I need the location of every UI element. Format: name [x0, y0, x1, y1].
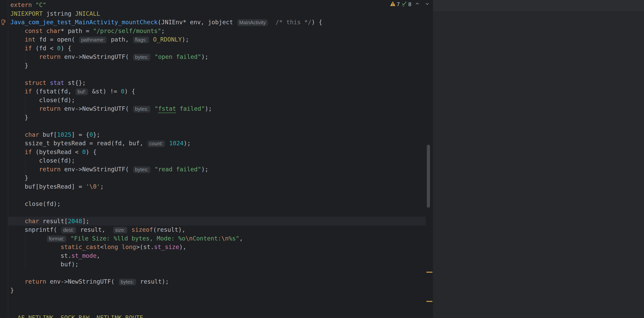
code-line: if (fd < 0) { — [10, 44, 322, 53]
code-line: return env->NewStringUTF( bytes: "fstat … — [10, 104, 322, 113]
code-line: const char* path = "/proc/self/mounts"; — [10, 27, 322, 35]
code-line: snprintf( dest: result, size: sizeof(res… — [10, 225, 322, 234]
code-line: return env->NewStringUTF( bytes: "open f… — [10, 52, 322, 61]
code-line: static_cast<long long>(st.st_size), — [10, 243, 322, 251]
code-line-clipped: AF_NETLINK, SOCK_RAW, NETLINK_ROUTE — [18, 314, 143, 318]
emulator-toolbar — [433, 0, 644, 11]
check-icon — [401, 0, 407, 8]
code-line: } — [10, 174, 322, 182]
prev-problem-button[interactable] — [414, 1, 420, 8]
code-line: int fd = open( pathname: path, flags: O_… — [10, 35, 322, 44]
warning-stripe-mark[interactable] — [426, 272, 432, 273]
code-line: struct stat st{}; — [10, 78, 322, 87]
code-line: extern "C" — [10, 0, 322, 9]
inspections-widget: 7 8 — [390, 0, 430, 8]
editor-scrollbar-thumb[interactable] — [427, 145, 430, 208]
code-line — [10, 208, 322, 217]
code-line: } — [10, 61, 322, 70]
code-line — [10, 269, 322, 278]
code-line: return env->NewStringUTF( bytes: result)… — [10, 277, 322, 286]
code-line: char result[2048]; — [10, 217, 322, 226]
code-line — [10, 70, 322, 78]
warning-icon — [390, 1, 396, 8]
emulator-panel: 9:26 JeeTest FStats /system Type:6126 — [433, 0, 644, 318]
code-line — [10, 122, 322, 130]
code-line: char buf[1025] = {0}; — [10, 130, 322, 139]
code-line: if (bytesRead < 0) { — [10, 148, 322, 156]
ok-count: 8 — [408, 1, 411, 7]
code-lines: extern "C"JNIEXPORT jstring JNICALLJava_… — [10, 0, 322, 295]
jni-link-gutter-icon[interactable] — [1, 19, 6, 26]
next-problem-button[interactable] — [424, 1, 430, 8]
warning-stripe-mark[interactable] — [426, 301, 432, 302]
code-line — [10, 191, 322, 200]
warnings-indicator[interactable]: 7 — [390, 1, 400, 8]
editor-gutter — [0, 0, 8, 318]
code-line: close(fd); — [10, 156, 322, 165]
code-line: } — [10, 113, 322, 122]
code-line: ssize_t bytesRead = read(fd, buf, count:… — [10, 139, 322, 148]
code-line: buf[bytesRead] = '\0'; — [10, 182, 322, 191]
warning-count: 7 — [397, 1, 400, 7]
code-line: close(fd); — [10, 200, 322, 208]
code-line: if (fstat(fd, buf: &st) != 0) { — [10, 87, 322, 96]
typos-indicator[interactable]: 8 — [401, 0, 411, 8]
code-line: Java_com_jee_test_MainActivity_mountChec… — [10, 18, 322, 27]
code-line: JNIEXPORT jstring JNICALL — [10, 9, 322, 18]
code-editor[interactable]: extern "C"JNIEXPORT jstring JNICALLJava_… — [0, 0, 433, 318]
code-line: format: "File Size: %lld bytes, Mode: %o… — [10, 234, 322, 243]
code-line: return env->NewStringUTF( bytes: "read f… — [10, 165, 322, 174]
code-line: buf); — [10, 260, 322, 269]
code-line: st.st_mode, — [10, 251, 322, 260]
code-line: close(fd); — [10, 96, 322, 104]
code-line: } — [10, 286, 322, 295]
